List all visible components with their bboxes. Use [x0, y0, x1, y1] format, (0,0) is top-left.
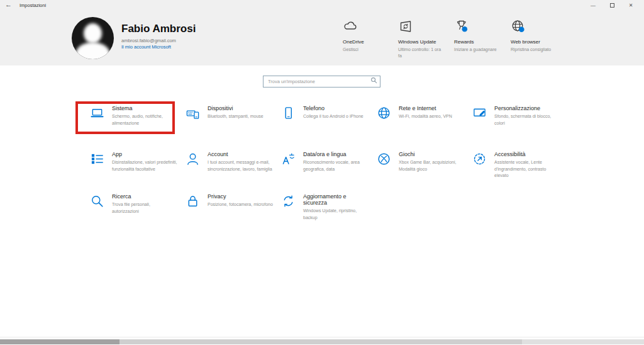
windows-update-icon — [398, 19, 456, 37]
search-tile-icon — [90, 194, 104, 208]
tile-subtitle: Collega il tuo Android o iPhone — [303, 113, 364, 120]
tile-title: Privacy — [208, 193, 273, 200]
quick-status-text: Iniziare a guadagnare — [454, 47, 499, 53]
scrollbar-thumb[interactable] — [0, 339, 119, 344]
xbox-icon — [377, 152, 391, 166]
tile-title: Account — [208, 151, 273, 157]
settings-tile-ricerca[interactable]: Ricerca Trova file personali, autorizzaz… — [90, 193, 186, 221]
person-icon — [186, 152, 200, 166]
search-icon[interactable] — [370, 77, 377, 84]
settings-tile-giochi[interactable]: Giochi Xbox Game Bar, acquisizioni, Moda… — [377, 151, 472, 193]
phone-icon — [281, 106, 296, 120]
tile-subtitle: Riconoscimento vocale, area geografica, … — [303, 159, 369, 172]
tile-title: App — [112, 151, 177, 157]
maximize-button[interactable] — [602, 0, 621, 11]
settings-tile-aggiornamento-sicurezza[interactable]: Aggiornamento e sicurezza Windows Update… — [281, 193, 377, 221]
tile-subtitle: Sfondo, schermata di blocco, colori — [494, 113, 560, 127]
accessibility-icon — [472, 152, 487, 166]
tile-title: Aggiornamento e sicurezza — [303, 193, 372, 206]
onedrive-cloud-icon — [343, 19, 401, 37]
horizontal-scrollbar[interactable] — [0, 339, 644, 344]
tile-subtitle: Assistente vocale, Lente d'ingrandimento… — [494, 159, 560, 179]
quick-status-windows-update[interactable]: Windows Update Ultimo controllo: 1 ora f… — [398, 19, 456, 59]
settings-tile-data-ora-lingua[interactable]: Data/ora e lingua Riconoscimento vocale,… — [281, 151, 377, 193]
settings-tile-rete-internet[interactable]: Rete e Internet Wi-Fi, modalità aereo, V… — [377, 105, 472, 151]
tile-subtitle: Trova file personali, autorizzazioni — [112, 201, 177, 215]
header-band: ← Impostazioni — ✕ Fabio Ambrosi ambrosi… — [0, 0, 644, 65]
apps-list-icon — [90, 152, 104, 166]
window-controls: — ✕ — [584, 0, 640, 11]
minimize-button[interactable]: — — [584, 0, 602, 11]
lock-icon — [186, 194, 200, 208]
quick-status-label: Web browser — [511, 39, 569, 45]
search-box — [263, 74, 380, 86]
tile-subtitle: Windows Update, ripristino, backup — [303, 208, 369, 221]
tile-title: Giochi — [399, 151, 464, 157]
settings-tile-app[interactable]: App Disinstallazione, valori predefiniti… — [90, 151, 186, 193]
quick-status-label: OneDrive — [343, 39, 401, 45]
titlebar: ← Impostazioni — ✕ — [0, 0, 644, 11]
quick-status-text: Ultimo controllo: 1 ora fa — [398, 47, 443, 59]
laptop-icon — [90, 106, 104, 120]
tile-title: Personalizzazione — [494, 105, 560, 111]
quick-status-text: Ripristina consigliato — [511, 47, 556, 53]
tile-subtitle: I tuoi account, messaggi e-mail, sincron… — [208, 159, 273, 172]
settings-tile-personalizzazione[interactable]: Personalizzazione Sfondo, schermata di b… — [472, 105, 568, 151]
settings-tile-account[interactable]: Account I tuoi account, messaggi e-mail,… — [186, 151, 281, 193]
tile-subtitle: Bluetooth, stampanti, mouse — [208, 113, 264, 120]
tile-title: Dispositivi — [208, 105, 264, 111]
window-title: Impostazioni — [19, 3, 46, 8]
tile-subtitle: Disinstallazione, valori predefiniti, fu… — [112, 159, 177, 172]
tile-subtitle: Schermo, audio, notifiche, alimentazione — [112, 113, 177, 127]
tile-title: Accessibilità — [494, 151, 560, 157]
settings-tile-dispositivi[interactable]: Dispositivi Bluetooth, stampanti, mouse — [186, 105, 281, 151]
profile-name: Fabio Ambrosi — [121, 23, 196, 35]
settings-tile-telefono[interactable]: Telefono Collega il tuo Android o iPhone — [281, 105, 377, 151]
tile-title: Rete e Internet — [399, 105, 452, 111]
close-button[interactable]: ✕ — [621, 0, 640, 11]
web-browser-globe-icon — [511, 19, 569, 37]
tile-title: Ricerca — [112, 193, 177, 200]
profile-email: ambrosi.fabio@gmail.com — [121, 38, 176, 43]
globe-icon — [377, 106, 391, 120]
tile-title: Data/ora e lingua — [303, 151, 369, 157]
settings-tile-accessibilita[interactable]: Accessibilità Assistente vocale, Lente d… — [472, 151, 568, 193]
quick-status-label: Rewards — [454, 39, 512, 45]
quick-status-web-browser[interactable]: Web browser Ripristina consigliato — [511, 19, 569, 53]
personalization-icon — [472, 106, 487, 120]
tile-title: Sistema — [112, 105, 177, 111]
tile-subtitle: Xbox Game Bar, acquisizioni, Modalità gi… — [399, 159, 464, 172]
scrollbar-track-end — [522, 339, 644, 344]
avatar-silhouette — [84, 23, 102, 43]
settings-tile-privacy[interactable]: Privacy Posizione, fotocamera, microfono — [186, 193, 281, 221]
quick-status-label: Windows Update — [398, 39, 456, 45]
sync-arrows-icon — [281, 194, 296, 208]
rewards-trophy-icon — [454, 19, 512, 37]
maximize-icon — [610, 3, 614, 8]
language-icon — [281, 152, 296, 166]
avatar[interactable] — [72, 17, 114, 59]
settings-grid: Sistema Schermo, audio, notifiche, alime… — [90, 105, 568, 221]
quick-status-text: Gestisci — [343, 47, 388, 53]
tile-subtitle: Posizione, fotocamera, microfono — [208, 201, 273, 208]
microsoft-account-link[interactable]: Il mio account Microsoft — [121, 44, 171, 50]
divider — [0, 337, 644, 337]
settings-window: ← Impostazioni — ✕ Fabio Ambrosi ambrosi… — [0, 0, 644, 345]
back-button[interactable]: ← — [5, 1, 12, 8]
quick-status-onedrive[interactable]: OneDrive Gestisci — [343, 19, 401, 53]
search-input[interactable] — [263, 76, 380, 88]
tile-subtitle: Wi-Fi, modalità aereo, VPN — [399, 113, 452, 120]
tile-title: Telefono — [303, 105, 364, 111]
quick-status-rewards[interactable]: Rewards Iniziare a guadagnare — [454, 19, 512, 53]
settings-tile-sistema[interactable]: Sistema Schermo, audio, notifiche, alime… — [90, 105, 186, 151]
devices-icon — [186, 106, 200, 120]
